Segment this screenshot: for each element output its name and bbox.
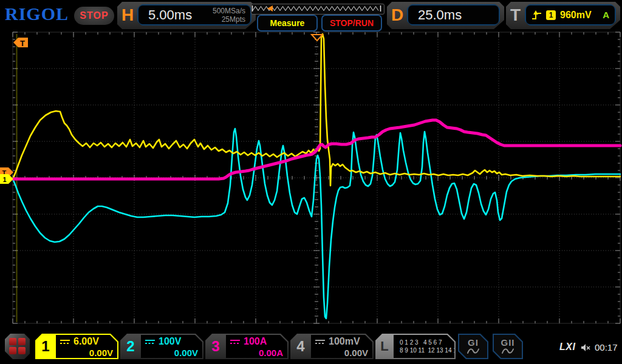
channel-4-offset: 0.00V	[315, 348, 368, 358]
channel-1-zero-marker[interactable]	[0, 174, 13, 184]
dc-coupling-icon	[230, 339, 241, 345]
trace-ch3	[13, 120, 620, 179]
channel-3-number: 3	[205, 334, 226, 359]
channel-2-offset: 0.00V	[145, 348, 198, 358]
channel-4-scale: 100mV	[329, 336, 360, 347]
svg-text:1: 1	[3, 176, 7, 183]
logic-channels-row1: 0 1 2 3 4 5 6 7	[400, 339, 454, 346]
speaker-muted-icon[interactable]	[581, 343, 592, 352]
oscilloscope-screen: RIGOL STOP H 5.00ms 500MSa/s 25Mpts Meas…	[0, 0, 622, 364]
dc-coupling-icon	[145, 339, 156, 345]
generator-1-button[interactable]: GI	[458, 334, 488, 359]
sine-wave-icon	[466, 347, 480, 355]
logic-analyzer-box[interactable]: L 0 1 2 3 4 5 6 7 8 9 10 11 12 13 14 15	[375, 334, 456, 359]
channel-3-box[interactable]: 3 100A 0.00A	[205, 334, 289, 359]
channel-2-number: 2	[120, 334, 141, 359]
channel-2-scale: 100V	[159, 336, 181, 347]
channel-1-scale: 6.00V	[73, 336, 99, 347]
logic-channels-row2: 8 9 10 11 12 13 14 15	[400, 346, 454, 354]
channel-1-number: 1	[35, 334, 56, 359]
channel-3-offset: 0.00A	[230, 348, 283, 358]
lxi-logo: LXI	[559, 342, 575, 352]
channel-4-box[interactable]: 4 100mV 0.00V	[290, 334, 374, 359]
sine-wave-icon	[501, 347, 514, 355]
generator-2-button[interactable]: GII	[493, 334, 523, 359]
menu-grid-icon	[9, 338, 26, 354]
dc-coupling-icon	[315, 339, 326, 345]
channel-1-offset: 0.00V	[60, 348, 113, 358]
clock: 00:17	[595, 342, 618, 352]
channel-3-scale: 100A	[244, 336, 267, 347]
trace-ch2	[13, 129, 620, 318]
channel-4-number: 4	[290, 334, 311, 359]
waveform-display[interactable]: TT1	[0, 0, 622, 364]
generator-1-label: GI	[468, 338, 479, 347]
dc-coupling-icon	[60, 339, 70, 345]
svg-text:T: T	[20, 39, 25, 48]
generator-2-label: GII	[501, 338, 514, 347]
channel-1-box[interactable]: 1 6.00V 0.00V	[35, 334, 118, 359]
channel-2-box[interactable]: 2 100V 0.00V	[120, 334, 203, 359]
